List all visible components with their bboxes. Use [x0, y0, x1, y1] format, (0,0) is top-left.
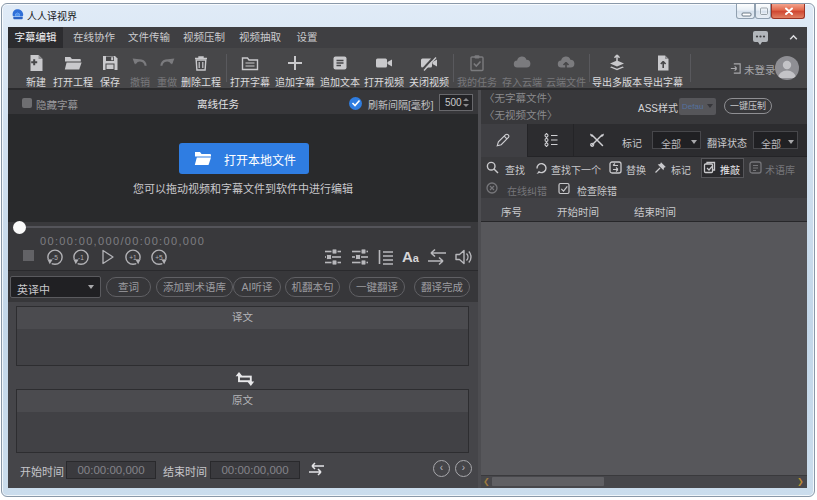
svg-text:+5: +5: [155, 254, 163, 261]
svg-text:-1: -1: [78, 254, 84, 261]
svg-text:+1: +1: [129, 254, 137, 261]
svg-text:-5: -5: [52, 254, 58, 261]
